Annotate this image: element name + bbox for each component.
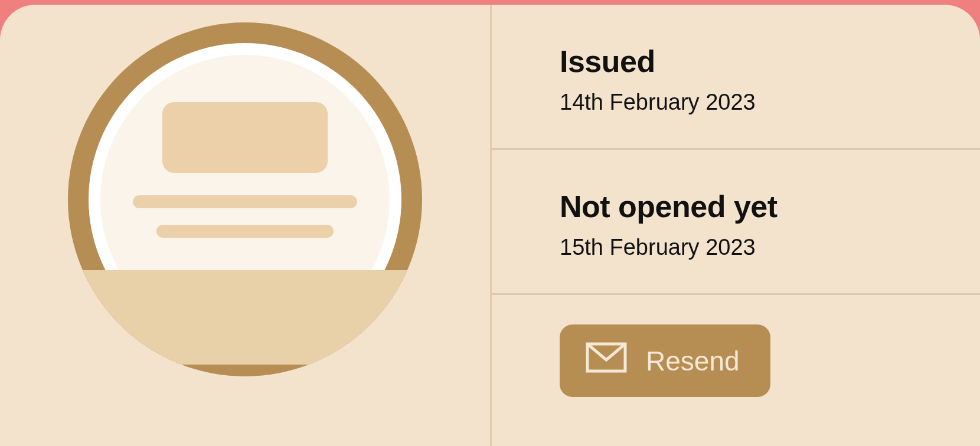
status-issued-title: Issued — [560, 44, 980, 79]
status-opened-date: 15th February 2023 — [560, 235, 980, 260]
mail-icon — [586, 342, 627, 379]
invoice-card: Issued 14th February 2023 Not opened yet… — [0, 5, 980, 446]
status-issued-date: 14th February 2023 — [560, 90, 980, 115]
badge-pane — [0, 5, 490, 446]
status-opened-title: Not opened yet — [560, 189, 980, 224]
action-row: Resend — [490, 295, 980, 397]
status-pane: Issued 14th February 2023 Not opened yet… — [490, 5, 980, 446]
document-badge-icon — [68, 22, 422, 376]
status-opened: Not opened yet 15th February 2023 — [490, 150, 980, 293]
resend-button-label: Resend — [646, 345, 740, 377]
status-issued: Issued 14th February 2023 — [490, 5, 980, 148]
resend-button[interactable]: Resend — [560, 324, 770, 397]
